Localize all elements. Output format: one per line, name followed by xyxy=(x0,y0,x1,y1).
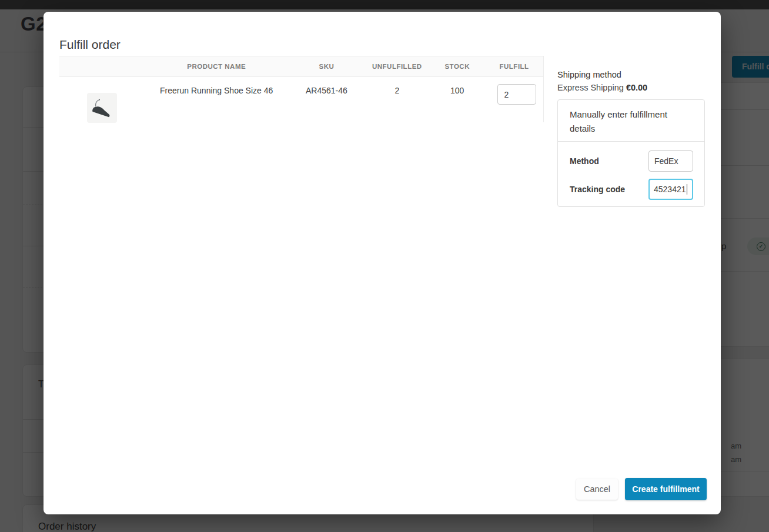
create-fulfillment-button[interactable]: Create fulfillment xyxy=(625,478,707,500)
shipping-price: €0.00 xyxy=(626,83,647,92)
products-table: PRODUCT NAME SKU UNFULFILLED STOCK FULFI… xyxy=(59,56,544,122)
unfulfilled-cell: 2 xyxy=(365,77,429,122)
table-header-row: PRODUCT NAME SKU UNFULFILLED STOCK FULFI… xyxy=(59,56,543,77)
shipping-method-name: Express Shipping xyxy=(557,83,624,92)
product-name-cell: Freerun Running Shoe Size 46 xyxy=(145,77,289,122)
method-input[interactable] xyxy=(648,150,693,172)
product-thumbnail xyxy=(87,93,117,123)
shipping-method-heading: Shipping method xyxy=(557,70,705,79)
manual-fulfillment-card: Manually enter fulfillment details Metho… xyxy=(557,99,705,207)
tracking-row: Tracking code 4523421 xyxy=(558,179,704,200)
column-header-sku: SKU xyxy=(289,63,365,70)
shipping-panel: Shipping method Express Shipping €0.00 M… xyxy=(557,70,705,207)
method-row: Method xyxy=(558,150,704,172)
manual-card-title: Manually enter fulfillment details xyxy=(558,100,704,141)
column-header-product-name: PRODUCT NAME xyxy=(145,63,289,70)
tracking-code-label: Tracking code xyxy=(570,185,625,194)
table-row: Freerun Running Shoe Size 46 AR4561-46 2… xyxy=(59,77,543,122)
column-header-fulfill: FULFILL xyxy=(485,63,543,70)
text-caret xyxy=(687,184,688,195)
cancel-button[interactable]: Cancel xyxy=(576,479,618,500)
fulfill-quantity-input[interactable] xyxy=(497,84,536,105)
stock-cell: 100 xyxy=(429,77,485,122)
shoe-icon xyxy=(90,96,113,120)
shipping-method-value: Express Shipping €0.00 xyxy=(557,83,705,92)
column-header-unfulfilled: UNFULFILLED xyxy=(365,63,429,70)
tracking-code-value: 4523421 xyxy=(654,185,686,194)
fulfill-cell xyxy=(485,77,543,122)
fulfill-order-modal: Fulfill order PRODUCT NAME SKU UNFULFILL… xyxy=(44,12,721,514)
tracking-code-input[interactable]: 4523421 xyxy=(648,179,693,200)
screen: G2 Fulfill o p ✓ Se T xyxy=(0,0,769,532)
column-header-stock: STOCK xyxy=(429,63,485,70)
product-image-cell xyxy=(59,77,145,122)
card-divider xyxy=(558,141,704,142)
sku-cell: AR4561-46 xyxy=(289,77,365,122)
method-label: Method xyxy=(570,156,599,166)
modal-title: Fulfill order xyxy=(59,38,121,52)
